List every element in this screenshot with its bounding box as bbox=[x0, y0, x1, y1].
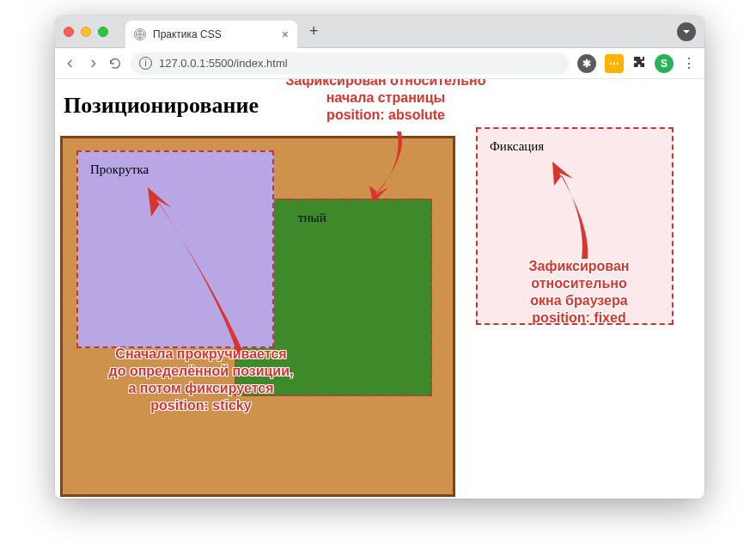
url-text: 127.0.0.1:5500/index.html bbox=[159, 57, 288, 70]
close-tab-button[interactable]: × bbox=[282, 28, 289, 40]
chevron-down-icon bbox=[682, 28, 691, 36]
sticky-box: Прокрутка bbox=[76, 150, 274, 348]
fixed-box-label: Фиксация bbox=[490, 139, 544, 153]
positioning-container: тный Прокрутка bbox=[60, 136, 455, 497]
close-window-button[interactable] bbox=[64, 27, 74, 37]
window-controls bbox=[64, 27, 108, 37]
toolbar-extensions: ✱ ⋯ S ⋮ bbox=[577, 54, 696, 73]
minimize-window-button[interactable] bbox=[81, 27, 91, 37]
absolute-box-label: тный bbox=[298, 211, 326, 224]
browser-tab[interactable]: Практика CSS × bbox=[125, 21, 297, 48]
titlebar: Практика CSS × + bbox=[55, 15, 704, 48]
page-viewport: Позиционирование тный Прокрутка Фиксация… bbox=[55, 79, 704, 499]
page-heading: Позиционирование bbox=[64, 93, 704, 119]
extension-1-icon[interactable]: ✱ bbox=[577, 54, 596, 73]
site-info-icon[interactable]: i bbox=[139, 57, 152, 70]
reload-button[interactable] bbox=[108, 57, 122, 70]
tabs-dropdown-button[interactable] bbox=[677, 22, 696, 41]
address-bar[interactable]: i 127.0.0.1:5500/index.html bbox=[131, 52, 569, 75]
extension-2-icon[interactable]: ⋯ bbox=[605, 54, 624, 73]
profile-button[interactable]: S bbox=[655, 54, 674, 73]
arrow-left-icon bbox=[64, 57, 77, 70]
globe-icon bbox=[134, 28, 146, 40]
reload-icon bbox=[108, 57, 122, 70]
extensions-menu-button[interactable] bbox=[632, 55, 646, 72]
arrow-right-icon bbox=[86, 57, 100, 70]
browser-window: Практика CSS × + i 127.0.0.1:5500/index.… bbox=[55, 15, 704, 499]
maximize-window-button[interactable] bbox=[98, 27, 108, 37]
back-button[interactable] bbox=[64, 57, 77, 70]
fixed-box: Фиксация bbox=[476, 127, 674, 325]
new-tab-button[interactable]: + bbox=[304, 22, 324, 40]
browser-menu-button[interactable]: ⋮ bbox=[682, 55, 696, 71]
puzzle-icon bbox=[632, 55, 646, 69]
sticky-box-label: Прокрутка bbox=[90, 162, 149, 176]
browser-toolbar: i 127.0.0.1:5500/index.html ✱ ⋯ S ⋮ bbox=[55, 48, 704, 79]
tab-title: Практика CSS bbox=[153, 28, 222, 40]
forward-button[interactable] bbox=[86, 57, 100, 70]
